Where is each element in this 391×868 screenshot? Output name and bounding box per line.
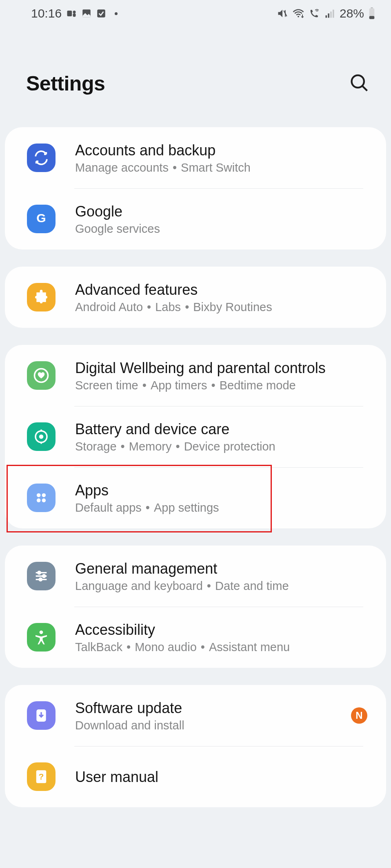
settings-group: Advanced featuresAndroid Auto•Labs•Bixby… <box>5 267 386 328</box>
svg-rect-0 <box>67 11 72 16</box>
row-text: GoogleGoogle services <box>75 202 370 236</box>
svg-rect-4 <box>97 9 105 18</box>
row-subtitle: Google services <box>75 222 370 236</box>
svg-point-31 <box>40 630 43 634</box>
update-badge: N <box>351 707 367 724</box>
heart-ring-icon <box>27 361 56 390</box>
row-subtitle: TalkBack•Mono audio•Assistant menu <box>75 641 370 654</box>
row-title: Advanced features <box>75 280 370 299</box>
settings-row-swupdate[interactable]: Software updateDownload and installN <box>5 685 386 746</box>
svg-text:?: ? <box>39 772 44 781</box>
wifi-calling-icon <box>309 8 320 19</box>
search-button[interactable] <box>349 72 370 95</box>
svg-point-20 <box>39 435 44 439</box>
row-subtitle: Android Auto•Labs•Bixby Routines <box>75 300 370 314</box>
row-title: Battery and device care <box>75 420 370 438</box>
settings-row-accessibility[interactable]: AccessibilityTalkBack•Mono audio•Assista… <box>5 607 386 668</box>
row-text: Advanced featuresAndroid Auto•Labs•Bixby… <box>75 280 370 314</box>
more-dot-icon <box>115 12 118 15</box>
status-time: 10:16 <box>31 7 62 20</box>
row-subtitle: Manage accounts•Smart Switch <box>75 161 370 174</box>
battery-icon <box>368 7 375 20</box>
svg-point-24 <box>42 499 46 503</box>
a11y-icon <box>27 623 56 652</box>
svg-point-22 <box>42 493 46 497</box>
svg-rect-12 <box>371 7 373 9</box>
wifi-icon <box>292 7 304 20</box>
svg-rect-11 <box>333 10 334 18</box>
status-left: 10:16 <box>31 7 118 20</box>
svg-rect-14 <box>369 16 375 19</box>
svg-rect-2 <box>73 13 76 17</box>
row-title: Apps <box>75 481 370 499</box>
row-title: User manual <box>75 768 370 786</box>
svg-line-16 <box>363 86 367 91</box>
row-text: Software updateDownload and install <box>75 699 351 732</box>
device-care-icon <box>27 422 56 451</box>
svg-point-30 <box>39 578 42 581</box>
status-bar: 10:16 28% <box>0 0 391 27</box>
mute-vibrate-icon <box>277 8 288 19</box>
row-text: Accounts and backupManage accounts•Smart… <box>75 141 370 174</box>
row-subtitle: Storage•Memory•Device protection <box>75 440 370 453</box>
svg-rect-10 <box>330 11 332 18</box>
settings-row-apps[interactable]: AppsDefault apps•App settings <box>5 467 386 528</box>
row-title: General management <box>75 559 370 578</box>
manual-icon: ? <box>27 762 56 791</box>
row-text: General managementLanguage and keyboard•… <box>75 559 370 593</box>
status-right: 28% <box>277 7 375 20</box>
row-title: Digital Wellbeing and parental controls <box>75 359 370 377</box>
row-title: Accounts and backup <box>75 141 370 159</box>
sliders-icon <box>27 562 56 590</box>
signal-icon <box>324 8 335 19</box>
page-title: Settings <box>26 72 105 95</box>
row-subtitle: Default apps•App settings <box>75 501 370 515</box>
row-text: AppsDefault apps•App settings <box>75 481 370 515</box>
settings-group: Accounts and backupManage accounts•Smart… <box>5 127 386 250</box>
dots-grid-icon <box>27 484 56 512</box>
download-badge-icon <box>27 701 56 730</box>
header: Settings <box>0 27 391 127</box>
sync-icon <box>27 144 56 172</box>
row-text: AccessibilityTalkBack•Mono audio•Assista… <box>75 621 370 654</box>
settings-row-wellbeing[interactable]: Digital Wellbeing and parental controlsS… <box>5 345 386 406</box>
settings-row-battery[interactable]: Battery and device careStorage•Memory•De… <box>5 406 386 467</box>
svg-rect-8 <box>325 15 327 18</box>
settings-row-accounts[interactable]: Accounts and backupManage accounts•Smart… <box>5 127 386 188</box>
row-text: Battery and device careStorage•Memory•De… <box>75 420 370 453</box>
row-subtitle: Screen time•App timers•Bedtime mode <box>75 379 370 392</box>
svg-point-15 <box>352 75 364 88</box>
settings-row-google[interactable]: GGoogleGoogle services <box>5 188 386 250</box>
svg-point-21 <box>37 493 41 497</box>
row-subtitle: Language and keyboard•Date and time <box>75 579 370 593</box>
settings-group: General managementLanguage and keyboard•… <box>5 546 386 668</box>
row-title: Accessibility <box>75 621 370 639</box>
puzzle-icon <box>27 283 56 311</box>
settings-row-advanced[interactable]: Advanced featuresAndroid Auto•Labs•Bixby… <box>5 267 386 328</box>
svg-rect-9 <box>328 13 329 18</box>
row-text: Digital Wellbeing and parental controlsS… <box>75 359 370 392</box>
svg-point-7 <box>298 16 299 18</box>
svg-point-23 <box>37 499 41 503</box>
row-subtitle: Download and install <box>75 719 351 732</box>
row-title: Google <box>75 202 370 221</box>
row-text: User manual <box>75 768 370 786</box>
image-icon <box>81 8 92 19</box>
svg-point-28 <box>42 575 45 578</box>
row-title: Software update <box>75 699 351 717</box>
check-box-icon <box>96 8 107 19</box>
svg-point-1 <box>73 11 76 13</box>
settings-group: Software updateDownload and installN?Use… <box>5 685 386 807</box>
settings-group: Digital Wellbeing and parental controlsS… <box>5 345 386 528</box>
settings-row-general[interactable]: General managementLanguage and keyboard•… <box>5 546 386 607</box>
svg-text:G: G <box>36 211 46 225</box>
svg-point-26 <box>38 571 41 574</box>
google-icon: G <box>27 205 56 233</box>
teams-icon <box>66 8 77 19</box>
battery-percent: 28% <box>340 7 364 20</box>
settings-row-manual[interactable]: ?User manual <box>5 746 386 807</box>
